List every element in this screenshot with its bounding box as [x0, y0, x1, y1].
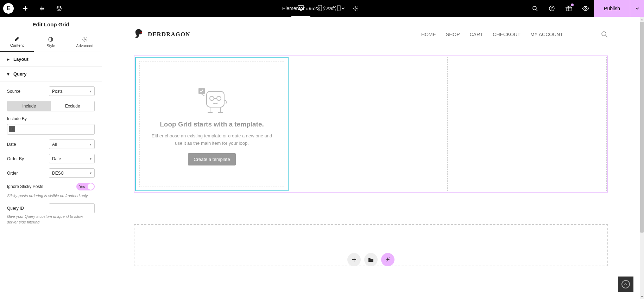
- scrollbar-thumb[interactable]: [640, 22, 644, 233]
- editor-canvas: DERDRAGON HOME SHOP CART CHECKOUT MY ACC…: [102, 17, 640, 299]
- svg-point-3: [355, 8, 356, 9]
- svg-point-16: [84, 39, 86, 40]
- add-section-dropzone[interactable]: [134, 224, 608, 266]
- svg-point-6: [320, 10, 320, 11]
- gear-icon: [82, 37, 88, 42]
- topbar-right: Publish: [526, 0, 644, 17]
- site-logo[interactable]: DERDRAGON: [134, 28, 190, 41]
- svg-point-24: [386, 261, 386, 262]
- svg-point-1: [43, 8, 44, 9]
- help-button[interactable]: [543, 0, 560, 17]
- section-query-body: Source Posts ▾ Include Exclude Include B…: [0, 82, 102, 233]
- svg-point-23: [389, 258, 390, 258]
- svg-point-11: [551, 9, 552, 10]
- publish-button[interactable]: Publish: [594, 0, 630, 17]
- chevron-down-icon: ▾: [90, 142, 91, 146]
- orderby-value: Date: [52, 156, 61, 161]
- order-label: Order: [7, 171, 18, 176]
- loop-cell-2[interactable]: [295, 57, 448, 191]
- loop-placeholder-desc: Either choose an existing template or cr…: [150, 132, 273, 147]
- topbar: E Elementor #9523 (Draft): [0, 0, 644, 17]
- section-layout-label: Layout: [13, 57, 29, 62]
- add-term-button[interactable]: +: [9, 126, 15, 132]
- add-template-button[interactable]: [364, 253, 378, 266]
- dragon-icon: [134, 28, 148, 41]
- source-row: Source Posts ▾: [7, 86, 95, 96]
- template-mascot-icon: [191, 83, 233, 114]
- include-tab[interactable]: Include: [7, 101, 51, 111]
- topbar-left: E: [0, 0, 68, 17]
- sticky-row: Ignore Sticky Posts Yes: [7, 183, 95, 190]
- add-widget-button[interactable]: [17, 0, 34, 17]
- caret-down-icon: ▾: [7, 71, 11, 77]
- include-by-label: Include By: [7, 116, 95, 121]
- loop-cell-1[interactable]: Loop Grid starts with a template. Either…: [135, 57, 289, 191]
- orderby-select[interactable]: Date ▾: [49, 154, 95, 163]
- query-id-label: Query ID: [7, 206, 24, 211]
- loop-grid-widget[interactable]: Loop Grid starts with a template. Either…: [134, 56, 608, 193]
- device-mobile-button[interactable]: [329, 0, 348, 17]
- query-id-input-wrap: [49, 203, 95, 213]
- logo-text: DERDRAGON: [148, 31, 190, 38]
- tab-content[interactable]: Content: [0, 32, 34, 52]
- svg-rect-19: [207, 91, 224, 107]
- svg-point-8: [339, 10, 339, 11]
- loop-placeholder: Loop Grid starts with a template. Either…: [139, 61, 284, 187]
- svg-point-14: [585, 8, 587, 9]
- include-exclude-segment: Include Exclude: [7, 101, 95, 111]
- canvas-scrollbar[interactable]: ▴ ▾: [640, 17, 644, 299]
- panel-tabs: Content Style Advanced: [0, 32, 102, 52]
- add-section-button[interactable]: [347, 253, 361, 266]
- svg-point-21: [217, 96, 221, 100]
- document-settings-button[interactable]: [350, 0, 362, 17]
- elementor-logo[interactable]: E: [0, 0, 17, 17]
- nav-shop[interactable]: SHOP: [446, 32, 460, 37]
- date-label: Date: [7, 142, 16, 147]
- preview-button[interactable]: [577, 0, 594, 17]
- ai-button[interactable]: [381, 253, 394, 266]
- nav-home[interactable]: HOME: [421, 32, 436, 37]
- svg-point-9: [533, 6, 536, 10]
- source-select[interactable]: Posts ▾: [49, 86, 95, 96]
- nav-my-account[interactable]: MY ACCOUNT: [530, 32, 563, 37]
- device-tablet-button[interactable]: [310, 0, 329, 17]
- publish-options-caret[interactable]: [630, 0, 644, 17]
- device-desktop-button[interactable]: [291, 0, 310, 17]
- dropzone-actions: [347, 253, 394, 266]
- chevron-down-icon: ▾: [90, 157, 91, 161]
- search-icon: [601, 31, 608, 38]
- pencil-icon: [14, 36, 20, 42]
- section-layout-head[interactable]: ▸ Layout: [0, 52, 102, 67]
- source-label: Source: [7, 89, 20, 94]
- site-header: DERDRAGON HOME SHOP CART CHECKOUT MY ACC…: [102, 17, 640, 52]
- chevron-down-icon: ▾: [90, 171, 91, 175]
- scroll-up-arrow[interactable]: ▴: [640, 17, 644, 22]
- scroll-to-top-button[interactable]: [618, 277, 633, 292]
- whats-new-button[interactable]: [560, 0, 577, 17]
- scroll-down-arrow[interactable]: ▾: [640, 294, 644, 299]
- query-id-row: Query ID: [7, 203, 95, 213]
- loop-cell-3[interactable]: [454, 57, 607, 191]
- site-search-button[interactable]: [601, 31, 608, 38]
- navigator-button[interactable]: [51, 0, 68, 17]
- sticky-toggle[interactable]: Yes: [76, 183, 95, 190]
- exclude-tab[interactable]: Exclude: [51, 101, 95, 111]
- section-query-head[interactable]: ▾ Query: [0, 67, 102, 82]
- finder-search-button[interactable]: [526, 0, 543, 17]
- nav-cart[interactable]: CART: [469, 32, 483, 37]
- create-template-button[interactable]: Create a template: [188, 153, 235, 165]
- settings-sliders-button[interactable]: [34, 0, 51, 17]
- sparkle-icon: [385, 257, 391, 262]
- panel-sections: ▸ Layout ▾ Query Source Posts ▾ Include …: [0, 52, 102, 299]
- date-row: Date All ▾: [7, 139, 95, 149]
- nav-checkout[interactable]: CHECKOUT: [493, 32, 520, 37]
- toggle-knob: [88, 183, 94, 190]
- tab-advanced[interactable]: Advanced: [68, 32, 102, 52]
- date-select[interactable]: All ▾: [49, 139, 95, 149]
- query-id-input[interactable]: [49, 204, 95, 213]
- order-select[interactable]: DESC ▾: [49, 168, 95, 178]
- sticky-toggle-text: Yes: [79, 185, 85, 189]
- tab-advanced-label: Advanced: [76, 44, 93, 48]
- tab-style[interactable]: Style: [34, 32, 68, 52]
- include-by-input[interactable]: +: [7, 124, 95, 135]
